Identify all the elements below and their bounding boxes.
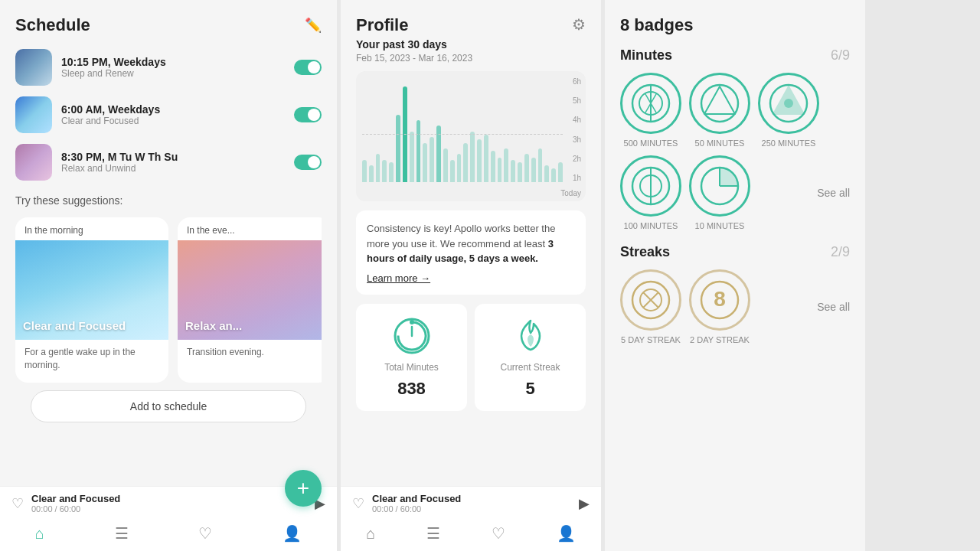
- middle-panel: Profile ⚙ Your past 30 days Feb 15, 2023…: [341, 0, 601, 551]
- y-label-6h: 6h: [573, 77, 581, 86]
- minutes-badges-row1: 500 MINUTES 50 MINUTES 250 MINUTES: [620, 73, 850, 148]
- chart-bar: [423, 143, 427, 182]
- suggestion-image-morning: Clear and Focused: [15, 240, 168, 340]
- chart-bars: [362, 77, 563, 182]
- chart-bar: [436, 126, 441, 182]
- minutes-count: 6/9: [831, 47, 850, 64]
- badge-svg-10: [698, 165, 741, 207]
- see-all-streaks-item: See all: [817, 301, 850, 313]
- schedule-info: 6:00 AM, Weekdays Clear and Focused: [61, 103, 294, 126]
- now-playing-middle: ♡ Clear and Focused 00:00 / 60:00 ▶: [341, 486, 601, 520]
- chart-bar: [457, 154, 462, 182]
- chart-bar: [450, 160, 455, 182]
- chart-bar: [416, 120, 421, 182]
- learn-more-link[interactable]: Learn more →: [367, 272, 575, 284]
- toggle-3[interactable]: [294, 155, 322, 170]
- chart-bar: [477, 139, 482, 182]
- see-all-minutes-item: See all: [817, 187, 850, 199]
- add-to-schedule-button[interactable]: Add to schedule: [31, 390, 306, 422]
- badge-circle-100: [620, 155, 681, 217]
- suggestion-image-evening: Relax an...: [178, 240, 322, 340]
- nav-heart-middle[interactable]: ♡: [492, 524, 505, 543]
- nav-heart-left[interactable]: ♡: [198, 524, 212, 543]
- nav-home-middle[interactable]: ⌂: [366, 525, 375, 543]
- streaks-badges: 5 DAY STREAK 8 2 DAY STREAK See all: [620, 269, 850, 344]
- badge-label-5day: 5 DAY STREAK: [621, 335, 681, 344]
- edit-icon[interactable]: ✏️: [305, 17, 322, 34]
- toggle-2[interactable]: [294, 107, 322, 122]
- chart-bar: [498, 158, 502, 182]
- see-all-minutes-link[interactable]: See all: [817, 187, 850, 199]
- badge-label-2day: 2 DAY STREAK: [690, 335, 750, 344]
- np-title-left: Clear and Focused: [31, 493, 315, 504]
- minutes-section-header: Minutes 6/9: [620, 47, 850, 64]
- badge-svg-250: [767, 82, 810, 125]
- svg-point-7: [701, 85, 738, 122]
- badge-svg-100: [629, 165, 672, 207]
- svg-text:8: 8: [714, 287, 726, 311]
- chart-bar: [369, 165, 374, 182]
- toggle-1[interactable]: [294, 60, 322, 75]
- minutes-badges-row2: 100 MINUTES 10 MINUTES See all: [620, 155, 850, 230]
- fab-add-button[interactable]: +: [285, 470, 322, 507]
- bottom-bar-middle: ♡ Clear and Focused 00:00 / 60:00 ▶ ⌂ ☰ …: [341, 486, 601, 551]
- heart-icon-left[interactable]: ♡: [11, 495, 24, 512]
- suggestion-card-evening[interactable]: In the eve... Relax an... Transition eve…: [178, 217, 322, 383]
- badge-label-10: 10 MINUTES: [695, 221, 745, 230]
- badge-circle-250: [758, 73, 819, 134]
- schedule-time-1: 10:15 PM, Weekdays: [61, 56, 294, 68]
- nav-person-left[interactable]: 👤: [283, 524, 302, 543]
- np-time-middle: 00:00 / 60:00: [372, 504, 579, 514]
- schedule-info: 8:30 PM, M Tu W Th Su Relax and Unwind: [61, 151, 294, 174]
- np-time-left: 00:00 / 60:00: [31, 504, 315, 514]
- bottom-nav-middle: ⌂ ☰ ♡ 👤: [341, 520, 601, 547]
- schedule-name-1: Sleep and Renew: [61, 68, 294, 79]
- badge-item-10: 10 MINUTES: [689, 155, 750, 230]
- suggestion-cards: In the morning Clear and Focused For a g…: [15, 217, 322, 383]
- chart-bar: [410, 132, 414, 182]
- gear-icon[interactable]: ⚙: [572, 15, 586, 34]
- chart-bar: [491, 151, 495, 182]
- chart-bar: [558, 162, 563, 182]
- suggestion-period-evening: In the eve...: [178, 217, 322, 240]
- stat-label-streak: Current Streak: [500, 362, 560, 373]
- profile-title: Profile: [356, 15, 408, 35]
- y-label-4h: 4h: [573, 116, 581, 124]
- stats-row: Total Minutes 838 Current Streak 5: [356, 304, 586, 411]
- suggestion-card-morning[interactable]: In the morning Clear and Focused For a g…: [15, 217, 168, 383]
- chart-bar: [551, 168, 556, 182]
- play-icon-middle[interactable]: ▶: [579, 495, 590, 512]
- stat-card-minutes: Total Minutes 838: [356, 304, 467, 411]
- nav-person-middle[interactable]: 👤: [557, 524, 576, 543]
- chart-bar: [504, 148, 508, 182]
- nav-calendar-middle[interactable]: ☰: [426, 524, 440, 543]
- schedule-thumb-relax: [15, 144, 52, 181]
- chart-dashed-line: [362, 134, 563, 135]
- schedule-name-2: Clear and Focused: [61, 116, 294, 126]
- chart-bar: [544, 165, 549, 182]
- chart-bar: [470, 132, 475, 182]
- chart-bar: [382, 160, 387, 182]
- chart-bar: [484, 135, 488, 182]
- streaks-section: Streaks 2/9 5 DAY STREAK: [620, 244, 850, 352]
- see-all-streaks-link[interactable]: See all: [817, 301, 850, 313]
- badge-circle-500: [620, 73, 681, 134]
- heart-icon-middle[interactable]: ♡: [352, 495, 364, 512]
- nav-calendar-left[interactable]: ☰: [115, 524, 129, 543]
- chart-bar: [443, 148, 448, 182]
- stat-label-minutes: Total Minutes: [384, 362, 439, 373]
- nav-home-left[interactable]: ⌂: [35, 525, 44, 543]
- badge-circle-50: [689, 73, 750, 134]
- chart-bar: [396, 115, 400, 182]
- chart-bar: [518, 162, 522, 182]
- schedule-time-2: 6:00 AM, Weekdays: [61, 103, 294, 116]
- y-label-3h: 3h: [573, 135, 581, 144]
- badge-circle-10: [689, 155, 750, 217]
- badge-item-500: 500 MINUTES: [620, 73, 681, 148]
- schedule-thumb-clear: [15, 96, 52, 133]
- badge-label-500: 500 MINUTES: [624, 139, 678, 148]
- usage-chart: 6h 5h 4h 3h 2h 1h Today: [356, 71, 586, 201]
- chart-bar: [362, 160, 367, 182]
- svg-point-1: [410, 320, 414, 324]
- chart-bar: [531, 158, 536, 182]
